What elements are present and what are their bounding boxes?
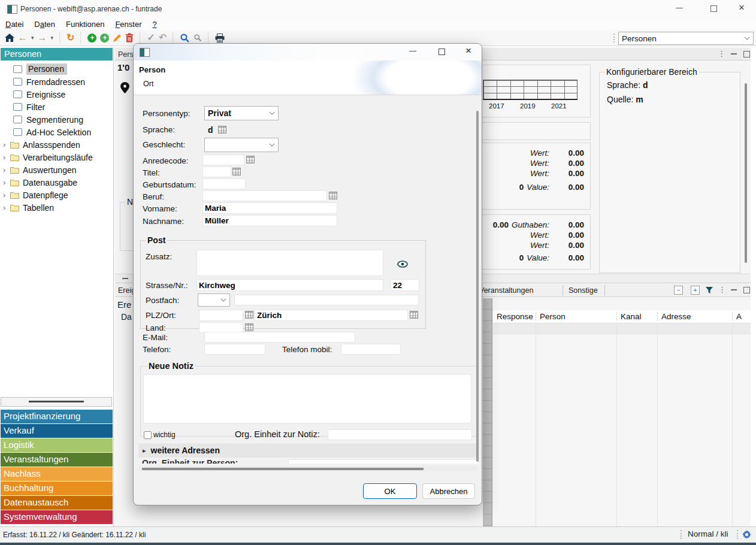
telefon-field[interactable] <box>204 344 265 355</box>
anredecode-field[interactable] <box>202 155 244 165</box>
forward-icon[interactable]: → <box>38 33 47 43</box>
menu-item-funktionen[interactable]: Funktionen <box>61 20 110 29</box>
tree-chevron-icon[interactable]: › <box>3 203 10 212</box>
ok-button[interactable]: OK <box>363 483 417 499</box>
search-secondary-icon[interactable] <box>193 34 202 42</box>
menu-item-help[interactable]: ? <box>147 20 162 29</box>
scrollbar-thumb[interactable] <box>142 468 424 470</box>
org-einheit-notiz-field[interactable] <box>328 429 472 440</box>
telefon-mobil-field[interactable] <box>341 344 401 355</box>
sidebar-item-fremdadressen[interactable]: Fremdadressen <box>0 75 113 88</box>
tree-chevron-icon[interactable]: › <box>3 153 10 162</box>
sidebar-item-anlassspenden[interactable]: › Anlassspenden <box>0 138 113 151</box>
add-copy-icon[interactable]: + <box>100 34 109 43</box>
delete-trash-icon[interactable] <box>125 33 134 43</box>
column-header-person[interactable]: Person <box>536 312 617 321</box>
sidebar-item-segmentierung[interactable]: Segmentierung <box>0 113 113 126</box>
module-systemverwaltung[interactable]: Systemverwaltung <box>1 510 113 524</box>
tree-chevron-icon[interactable]: › <box>3 178 10 187</box>
forward-dropdown-icon[interactable]: ▾ <box>51 35 54 41</box>
column-header-adresse[interactable]: Adresse <box>658 312 733 321</box>
nachname-field[interactable] <box>202 215 337 226</box>
module-combobox[interactable]: Personen <box>618 32 754 45</box>
home-icon[interactable] <box>5 34 14 42</box>
geschlecht-select[interactable] <box>204 138 279 152</box>
strasse-field[interactable] <box>196 279 383 291</box>
map-pin-icon[interactable] <box>120 82 129 93</box>
panel-maximize-icon[interactable] <box>743 51 750 57</box>
panel-minimize-icon[interactable] <box>731 289 737 290</box>
module-projektfinanzierung[interactable]: Projektfinanzierung <box>1 410 113 423</box>
personentyp-select[interactable]: Privat <box>204 106 279 120</box>
menu-item-datei[interactable]: Datei <box>0 20 29 29</box>
panel-minimize-icon[interactable] <box>731 53 737 54</box>
tree-chevron-icon[interactable]: › <box>3 190 10 199</box>
settings-gear-icon[interactable] <box>742 530 751 539</box>
dialog-minimize-button[interactable]: — <box>409 47 416 55</box>
search-icon[interactable] <box>180 33 190 43</box>
window-minimize-button[interactable]: — <box>676 4 683 12</box>
beruf-field[interactable] <box>202 190 327 201</box>
print-icon[interactable] <box>215 34 225 43</box>
sidebar-item-ereignisse[interactable]: Ereignisse <box>0 88 113 101</box>
postfach-select[interactable] <box>198 293 230 307</box>
titel-lookup-icon[interactable] <box>232 168 241 175</box>
back-icon[interactable]: ← <box>18 33 28 43</box>
module-datenaustausch[interactable]: Datenaustausch <box>1 496 113 510</box>
module-verkauf[interactable]: Verkauf <box>1 424 113 438</box>
sidebar-item-datenpflege[interactable]: › Datenpflege <box>0 189 113 201</box>
confirm-check-icon[interactable]: ✓ <box>147 33 155 43</box>
module-buchhaltung[interactable]: Buchhaltung <box>1 482 113 495</box>
sidebar-item-tabellen[interactable]: › Tabellen <box>0 201 113 214</box>
geburtsdatum-field[interactable] <box>202 178 246 189</box>
ort-field[interactable] <box>255 310 408 321</box>
dialog-step-subtitle[interactable]: Ort <box>143 80 153 88</box>
filter-funnel-icon[interactable] <box>705 286 713 295</box>
column-header-response[interactable]: Response <box>493 312 536 321</box>
preview-eye-icon[interactable] <box>397 261 408 268</box>
dialog-title-bar[interactable]: — × <box>134 44 482 60</box>
sidebar-item-datenausgabe[interactable]: › Datenausgabe <box>0 176 113 189</box>
dialog-vertical-scrollbar[interactable] <box>476 111 479 462</box>
module-nachlass[interactable]: Nachlass <box>1 467 113 481</box>
refresh-icon[interactable]: ↻ <box>66 33 74 43</box>
postfach-field[interactable] <box>234 295 419 305</box>
plz-lookup-icon[interactable] <box>245 311 253 319</box>
dialog-horizontal-scrollbar[interactable] <box>138 466 478 471</box>
panel-menu-kebab-icon[interactable]: ⋮ <box>718 50 725 57</box>
sidebar-item-personen[interactable]: Personen <box>0 63 113 75</box>
tab-sonstige[interactable]: Sonstige <box>568 286 598 295</box>
module-logistik[interactable]: Logistik <box>1 438 113 452</box>
panel-maximize-icon[interactable] <box>743 287 750 293</box>
notiz-textarea[interactable] <box>143 374 471 423</box>
ort-lookup-icon[interactable] <box>410 311 418 319</box>
module-veranstaltungen[interactable]: Veranstaltungen <box>1 453 113 467</box>
sidebar-item-adhoc-selektion[interactable]: Ad-Hoc Selektion <box>0 126 113 138</box>
add-icon[interactable]: + <box>87 34 96 43</box>
sidebar-item-verarbeitungslaeufe[interactable]: › Verarbeitungsläufe <box>0 151 113 164</box>
window-maximize-button[interactable] <box>710 5 717 12</box>
menu-item-fenster[interactable]: Fenster <box>110 20 147 29</box>
email-field[interactable] <box>204 332 355 343</box>
plz-field[interactable] <box>199 310 243 321</box>
expand-all-icon[interactable]: + <box>691 286 700 295</box>
vorname-field[interactable] <box>202 202 337 214</box>
collapse-all-icon[interactable]: − <box>674 286 683 295</box>
toolbar-drag-handle[interactable] <box>613 34 616 43</box>
tree-chevron-icon[interactable]: › <box>3 165 10 174</box>
sprache-lookup-icon[interactable] <box>218 126 226 134</box>
dialog-maximize-button[interactable] <box>439 49 445 55</box>
zusatz-field[interactable] <box>196 250 383 276</box>
weitere-adressen-expander[interactable]: ▸ weitere Adressen <box>138 443 478 458</box>
titel-field[interactable] <box>202 166 231 177</box>
hausnummer-field[interactable] <box>391 279 419 291</box>
dialog-close-button[interactable]: × <box>465 45 471 57</box>
tab-veranstaltungen[interactable]: Veranstaltungen <box>479 286 533 295</box>
land-lookup-icon[interactable] <box>245 323 253 331</box>
edit-pencil-icon[interactable] <box>113 34 122 43</box>
undo-icon[interactable]: ↶ <box>159 33 167 43</box>
anredecode-lookup-icon[interactable] <box>246 156 255 164</box>
panel-menu-kebab-icon[interactable]: ⋮ <box>718 286 726 293</box>
tree-chevron-icon[interactable]: › <box>3 140 10 149</box>
column-header-a[interactable]: A <box>733 312 746 321</box>
